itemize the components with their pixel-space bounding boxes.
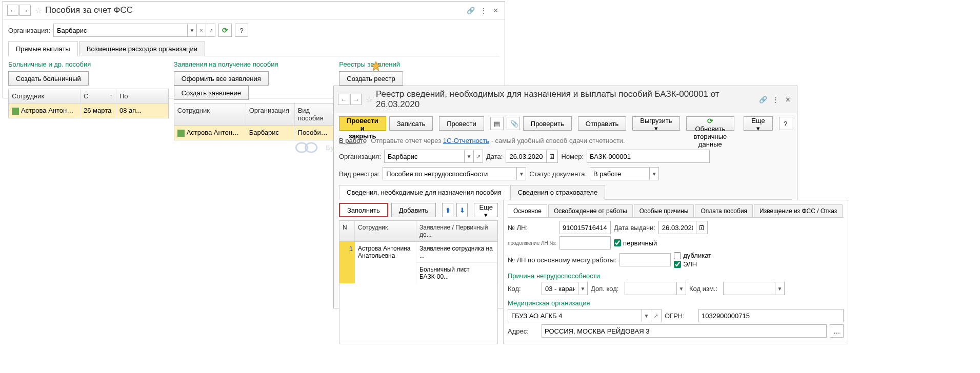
org-dropdown-icon[interactable]: ▼: [187, 24, 196, 36]
create-registry-button[interactable]: Создать реестр: [339, 71, 403, 86]
export-button[interactable]: Выгрузить ▾: [632, 116, 679, 131]
move-down-icon[interactable]: ⬇: [456, 203, 468, 217]
report-icon[interactable]: ▤: [490, 117, 504, 130]
send-button[interactable]: Отправить: [578, 116, 626, 131]
primary-checkbox[interactable]: первичный: [614, 239, 657, 247]
favorite-icon[interactable]: ☆: [366, 95, 373, 105]
code-combo[interactable]: ▼: [542, 282, 588, 295]
calendar-icon[interactable]: 🗓: [546, 150, 557, 162]
type-input[interactable]: [383, 168, 516, 180]
col2-h3[interactable]: Вид пособия: [295, 103, 334, 125]
addr-edit-button[interactable]: …: [830, 324, 844, 338]
col1-row[interactable]: Астрова Антонина А... 26 марта 08 ап...: [9, 103, 168, 118]
more-button[interactable]: Еще ▾: [744, 116, 772, 131]
tab-notice[interactable]: Извещение из ФСС / Отказ: [754, 204, 843, 217]
tab-special[interactable]: Особые причины: [634, 204, 694, 217]
th-app[interactable]: Заявление / Первичный до...: [416, 221, 497, 241]
help-button[interactable]: ?: [779, 117, 792, 130]
issue-input[interactable]: [659, 221, 696, 234]
cell-n: 1: [339, 242, 355, 283]
ogrn-input[interactable]: [698, 309, 844, 322]
open-icon[interactable]: ↗: [651, 309, 660, 322]
chgcode-combo[interactable]: ▼: [723, 282, 785, 295]
duplicate-checkbox[interactable]: дубликат: [674, 252, 711, 259]
chevron-down-icon[interactable]: ▼: [464, 150, 473, 162]
tab-payment[interactable]: Оплата пособия: [695, 204, 753, 217]
chevron-down-icon[interactable]: ▼: [578, 282, 587, 295]
col2-h2[interactable]: Организация: [246, 103, 295, 125]
th-emp[interactable]: Сотрудник: [355, 221, 416, 241]
forward-button[interactable]: →: [350, 94, 362, 105]
cont-input[interactable]: [559, 236, 611, 250]
favorite-icon[interactable]: ☆: [35, 6, 42, 15]
date-input[interactable]: [506, 150, 546, 162]
close-icon[interactable]: ✕: [490, 5, 501, 15]
tab-insurer-info[interactable]: Сведения о страхователе: [510, 185, 605, 200]
attach-icon[interactable]: 📎: [507, 117, 520, 130]
calendar-icon[interactable]: 🗓: [696, 221, 707, 234]
org-input[interactable]: [54, 24, 187, 36]
link-icon[interactable]: 🔗: [758, 94, 768, 105]
menu-icon[interactable]: ⋮: [478, 5, 488, 15]
doc-status-input[interactable]: [590, 168, 649, 180]
col2-h1[interactable]: Сотрудник: [174, 103, 246, 125]
type-combo[interactable]: ▼: [383, 167, 526, 180]
tab-direct-payments[interactable]: Прямые выплаты: [8, 42, 78, 56]
back-button[interactable]: ←: [338, 94, 349, 105]
med-combo[interactable]: ▼↗: [508, 309, 662, 322]
tab-release[interactable]: Освобождение от работы: [548, 204, 633, 217]
help-button[interactable]: ?: [235, 24, 248, 37]
create-all-apps-button[interactable]: Оформить все заявления: [174, 71, 269, 86]
forward-button[interactable]: →: [19, 5, 31, 16]
cell-bl: Больничный лист БАЗК-00...: [416, 262, 497, 283]
menu-icon[interactable]: ⋮: [770, 94, 781, 105]
addcode-combo[interactable]: ▼: [625, 282, 686, 295]
tab-benefit-info[interactable]: Сведения, необходимые для назначения пос…: [339, 185, 509, 200]
ln-main-input[interactable]: [619, 253, 671, 266]
check-button[interactable]: Проверить: [523, 116, 572, 131]
col1-h2[interactable]: С ↑: [81, 89, 116, 103]
refresh-secondary-button[interactable]: ⟳ Обновить вторичные данные: [686, 116, 735, 131]
move-up-icon[interactable]: ⬆: [442, 203, 453, 217]
create-app-button[interactable]: Создать заявление: [174, 86, 249, 100]
link-1c-report[interactable]: 1С-Отчетность: [443, 137, 489, 144]
col1-h3[interactable]: По: [116, 89, 168, 103]
ln-input[interactable]: [559, 221, 611, 234]
table-row[interactable]: 1 Астрова Антонина Анатольевна Заявление…: [339, 242, 497, 283]
date-field[interactable]: 🗓: [506, 150, 558, 163]
close-icon[interactable]: ✕: [783, 94, 793, 105]
back-button[interactable]: ←: [7, 5, 18, 16]
issue-date[interactable]: 🗓: [658, 221, 708, 234]
status-link[interactable]: В работе: [339, 137, 367, 144]
org-combo[interactable]: ▼ ↗: [384, 150, 483, 163]
refresh-button[interactable]: ⟳: [218, 24, 232, 37]
chevron-down-icon[interactable]: ▼: [516, 168, 526, 180]
col1-h1[interactable]: Сотрудник: [9, 89, 81, 103]
tab-main[interactable]: Основное: [508, 204, 547, 217]
link-icon[interactable]: 🔗: [466, 5, 476, 15]
tab-reimbursement[interactable]: Возмещение расходов организации: [79, 42, 205, 56]
create-sicklist-button[interactable]: Создать больничный: [8, 71, 89, 86]
add-button[interactable]: Добавить: [391, 203, 436, 217]
col2-row[interactable]: Астрова Антонина А... Барбарис Пособие п…: [174, 126, 334, 140]
th-n[interactable]: N: [339, 221, 355, 241]
post-button[interactable]: Провести: [439, 116, 484, 131]
addr-input[interactable]: [542, 324, 827, 338]
chevron-down-icon[interactable]: ▼: [649, 168, 658, 180]
write-button[interactable]: Записать: [389, 116, 433, 131]
eln-checkbox[interactable]: ЭЛН: [674, 260, 711, 268]
num-input[interactable]: [587, 150, 710, 163]
open-icon[interactable]: ↗: [473, 150, 483, 162]
chevron-down-icon[interactable]: ▼: [642, 309, 651, 322]
chevron-down-icon[interactable]: ▼: [775, 282, 784, 295]
org-open-icon[interactable]: ↗: [206, 24, 215, 36]
post-and-close-button[interactable]: Провести и закрыть: [339, 116, 386, 131]
org-clear-icon[interactable]: ×: [196, 24, 206, 36]
chevron-down-icon[interactable]: ▼: [676, 282, 686, 295]
org-input[interactable]: [385, 150, 464, 162]
more-left-button[interactable]: Еще ▾: [474, 203, 498, 217]
svg-point-2: [306, 143, 317, 152]
org-combo[interactable]: ▼ × ↗: [53, 24, 215, 37]
doc-status-combo[interactable]: ▼: [590, 167, 659, 180]
fill-button[interactable]: Заполнить: [339, 203, 388, 217]
